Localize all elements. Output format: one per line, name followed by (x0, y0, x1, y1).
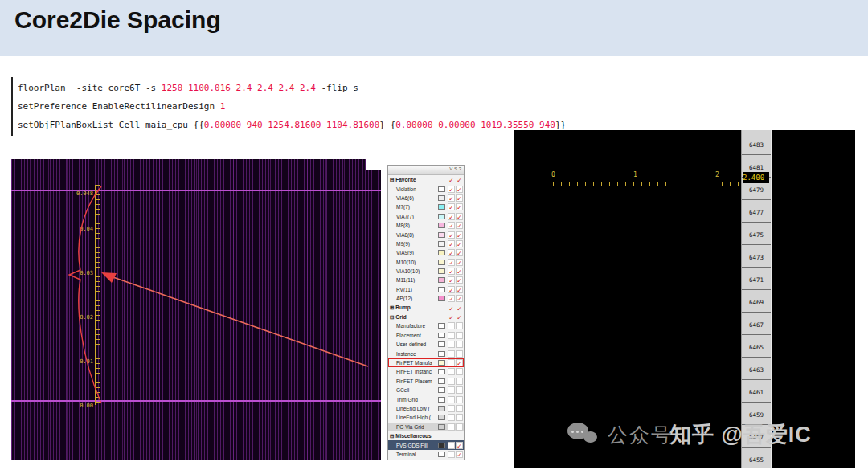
visibility-check[interactable] (448, 451, 455, 458)
selectability-check[interactable]: ✓ (456, 213, 463, 220)
palette-layer-row[interactable]: PG Via Grid (388, 423, 464, 431)
palette-layer-row[interactable]: Instance (388, 349, 464, 358)
visibility-check[interactable] (448, 322, 455, 329)
layer-palette[interactable]: V S ? ⊟ Favorite✓✓Violation✓✓VIA6(6)✓✓M7… (387, 165, 465, 460)
selectability-check[interactable]: ✓ (456, 249, 463, 256)
palette-layer-row[interactable]: FinFET Manufa✓ (388, 358, 464, 367)
selectability-check[interactable]: ✓ (456, 240, 463, 247)
palette-layer-row[interactable]: User-defined (388, 340, 464, 349)
selectability-check[interactable] (456, 368, 463, 375)
selectability-check[interactable]: ✓ (456, 276, 463, 284)
palette-layer-row[interactable]: FVS GDS Fill✓ (388, 440, 464, 449)
palette-header-icons[interactable]: V S ? (449, 166, 461, 171)
layer-label: Instance (388, 351, 437, 357)
selectability-check[interactable] (456, 322, 463, 329)
palette-layer-row[interactable]: Terminal✓ (388, 450, 464, 459)
selectability-check[interactable]: ✓ (456, 442, 463, 449)
visibility-check[interactable]: ✓ (448, 259, 455, 266)
palette-layer-row[interactable]: FinFET Placem (388, 377, 464, 386)
visibility-check[interactable]: ✓ (448, 186, 455, 193)
layer-color-swatch (438, 296, 445, 301)
palette-group-row[interactable]: ⊟ Miscellaneous (388, 431, 464, 440)
palette-layer-row[interactable]: VIA10(10)✓✓ (388, 267, 464, 276)
palette-layer-row[interactable]: AP(12)✓✓ (388, 294, 464, 303)
visibility-check[interactable] (448, 341, 455, 348)
visibility-check[interactable]: ✓ (448, 222, 455, 229)
palette-group-row[interactable]: ⊞ Bump✓✓ (388, 303, 464, 312)
selectability-check[interactable] (456, 386, 463, 394)
selectability-check[interactable] (456, 414, 463, 421)
layer-color-swatch (438, 195, 445, 201)
visibility-check[interactable]: ✓ (448, 286, 455, 293)
selectability-check[interactable]: ✓ (456, 359, 463, 366)
visibility-check[interactable]: ✓ (448, 240, 455, 247)
palette-layer-row[interactable]: M9(9)✓✓ (388, 239, 464, 248)
selectability-check[interactable]: ✓ (456, 194, 463, 202)
selectability-check[interactable]: ✓ (456, 304, 463, 312)
selectability-check[interactable]: ✓ (456, 203, 463, 210)
palette-layer-row[interactable]: M10(10)✓✓ (388, 258, 464, 267)
selectability-check[interactable]: ✓ (456, 451, 463, 458)
visibility-check[interactable]: ✓ (448, 313, 455, 321)
selectability-check[interactable] (456, 332, 463, 339)
palette-layer-row[interactable]: LineEnd Low ( (388, 404, 464, 413)
visibility-check[interactable]: ✓ (448, 268, 455, 275)
visibility-check[interactable]: ✓ (448, 304, 455, 312)
palette-group-row[interactable]: ⊟ Grid✓✓ (388, 313, 464, 321)
visibility-check[interactable] (448, 350, 455, 358)
palette-layer-row[interactable]: Placement (388, 331, 464, 340)
visibility-check[interactable] (448, 432, 455, 439)
palette-header[interactable]: V S ? (388, 166, 464, 175)
palette-layer-row[interactable]: Trim Grid (388, 394, 464, 403)
visibility-check[interactable]: ✓ (448, 194, 455, 202)
visibility-check[interactable] (448, 359, 455, 366)
selectability-check[interactable]: ✓ (456, 295, 463, 302)
selectability-check[interactable] (456, 341, 463, 348)
selectability-check[interactable] (456, 350, 463, 358)
palette-layer-row[interactable]: M7(7)✓✓ (388, 202, 464, 211)
visibility-check[interactable]: ✓ (448, 231, 455, 239)
visibility-check[interactable] (448, 332, 455, 339)
selectability-check[interactable]: ✓ (456, 259, 463, 266)
selectability-check[interactable]: ✓ (456, 313, 463, 321)
selectability-check[interactable]: ✓ (456, 231, 463, 239)
palette-layer-row[interactable]: LineEnd High ( (388, 413, 464, 422)
selectability-check[interactable]: ✓ (456, 176, 463, 183)
visibility-check[interactable] (448, 414, 455, 421)
visibility-check[interactable]: ✓ (448, 295, 455, 302)
selectability-check[interactable] (456, 396, 463, 403)
palette-group-row[interactable]: ⊟ Favorite✓✓ (388, 175, 464, 184)
visibility-check[interactable] (448, 423, 455, 431)
palette-layer-row[interactable]: VIA8(8)✓✓ (388, 230, 464, 239)
visibility-check[interactable] (448, 368, 455, 375)
palette-layer-row[interactable]: RV(11)✓✓ (388, 285, 464, 294)
visibility-check[interactable] (448, 386, 455, 394)
palette-layer-row[interactable]: VIA6(6)✓✓ (388, 194, 464, 202)
selectability-check[interactable]: ✓ (456, 286, 463, 293)
visibility-check[interactable]: ✓ (448, 276, 455, 284)
selectability-check[interactable] (456, 432, 463, 439)
visibility-check[interactable]: ✓ (448, 213, 455, 220)
palette-layer-row[interactable]: FinFET Instanc (388, 367, 464, 376)
palette-layer-row[interactable]: VIA7(7)✓✓ (388, 212, 464, 221)
visibility-check[interactable] (448, 405, 455, 412)
palette-layer-row[interactable]: VIA9(9)✓✓ (388, 248, 464, 257)
visibility-check[interactable]: ✓ (448, 203, 455, 210)
palette-layer-row[interactable]: GCell (388, 386, 464, 394)
visibility-check[interactable]: ✓ (448, 249, 455, 256)
selectability-check[interactable] (456, 423, 463, 431)
floorplan-canvas[interactable]: 0.0480.040.030.020.010.00 (11, 159, 381, 460)
visibility-check[interactable] (448, 442, 455, 449)
selectability-check[interactable]: ✓ (456, 222, 463, 229)
palette-layer-row[interactable]: Manufacture (388, 321, 464, 330)
palette-layer-row[interactable]: M11(11)✓✓ (388, 276, 464, 284)
selectability-check[interactable]: ✓ (456, 186, 463, 193)
selectability-check[interactable] (456, 378, 463, 385)
palette-layer-row[interactable]: M8(8)✓✓ (388, 221, 464, 230)
selectability-check[interactable] (456, 405, 463, 412)
visibility-check[interactable]: ✓ (448, 176, 455, 183)
visibility-check[interactable] (448, 396, 455, 403)
selectability-check[interactable]: ✓ (456, 268, 463, 275)
visibility-check[interactable] (448, 378, 455, 385)
palette-layer-row[interactable]: Violation✓✓ (388, 184, 464, 193)
